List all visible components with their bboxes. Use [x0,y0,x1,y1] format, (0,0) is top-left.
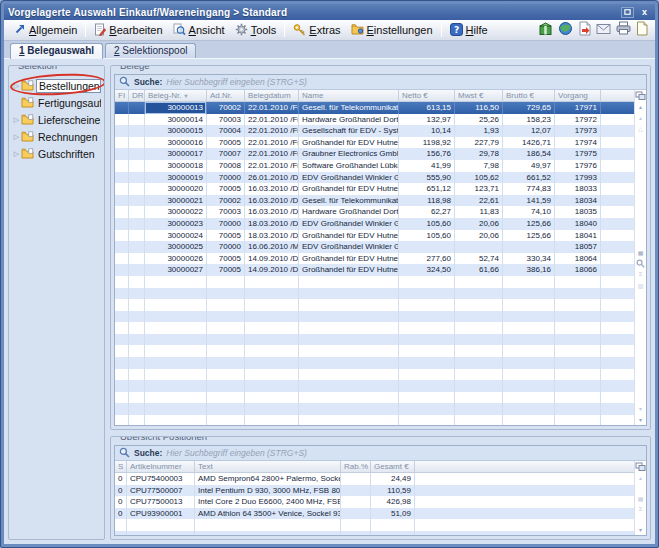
cell-dr[interactable] [129,148,145,160]
column-header-artikelnummer[interactable]: Artikelnummer [127,461,195,472]
cell-dr[interactable] [129,264,145,276]
cell-mwst[interactable]: 123,71 [455,183,503,195]
column-header-belegdatum[interactable]: Belegdatum [245,90,299,101]
table-row[interactable]: 300000137000222.01.2010 /FrGesell. für T… [115,102,634,114]
cell-s[interactable]: 0 [115,485,127,497]
cell-dr[interactable] [129,230,145,242]
sum-row-icon[interactable]: Σ [635,269,647,280]
table-row[interactable]: 300000177000722.01.2010 /FrGraubner Elec… [115,148,634,160]
table-row[interactable]: 0CPU93900001AMD Athlon 64 3500+ Venice, … [115,508,634,520]
table-row[interactable]: 300000237000018.03.2010 /DoEDV Großhande… [115,218,634,230]
cell-name[interactable]: EDV Großhandel Winkler GmbH [299,172,399,184]
column-header-s[interactable]: S [115,461,127,472]
table-row[interactable]: 300000257000016.06.2010 /MiEDV Großhande… [115,241,634,253]
toolbar-button-print[interactable] [616,21,631,39]
column-header-ad-nr[interactable]: Ad.Nr. [207,90,245,101]
column-header-brutto[interactable]: Brutto € [503,90,555,101]
column-header-text[interactable]: Text [195,461,341,472]
column-header-beleg-nr[interactable]: Beleg-Nr.▼ [145,90,207,101]
filter-row-icon[interactable]: ▥ [635,280,647,291]
toolbar-button-document-export[interactable] [578,21,591,40]
sidebar-item-rechnungen[interactable]: ▷Rechnungen [12,128,101,145]
cell-ad-nr[interactable]: 70000 [207,218,245,230]
cell-belegdatum[interactable]: 16.06.2010 /Mi [245,241,299,253]
cell-mwst[interactable]: 7,98 [455,160,503,172]
cell-netto[interactable]: 613,15 [399,102,455,114]
column-header-name[interactable]: Name [299,90,399,101]
column-header-vorgang[interactable]: Vorgang [555,90,601,101]
scroll-up-icon[interactable]: ▴ [635,112,647,123]
cell-fi[interactable] [115,253,129,265]
cell-fi[interactable] [115,241,129,253]
cell-ad-nr[interactable]: 70002 [207,102,245,114]
cell-rab[interactable] [341,473,371,485]
scroll-top-icon[interactable]: ▴ [635,101,647,112]
cell-belegdatum[interactable]: 26.01.2010 /Di [245,172,299,184]
cell-beleg-nr[interactable]: 30000016 [145,137,207,149]
menu-item-hilfe[interactable]: ?Hilfe [445,21,493,40]
cell-belegdatum[interactable]: 16.03.2010 /Di [245,183,299,195]
table-row[interactable]: 300000247000518.03.2010 /DoGroßhandel fü… [115,230,634,242]
cell-vorgang[interactable]: 17974 [555,137,601,149]
toolbar-button-package[interactable] [538,21,553,40]
cell-mwst[interactable]: 20,06 [455,230,503,242]
cell-dr[interactable] [129,183,145,195]
menu-item-einstellungen[interactable]: Einstellungen [346,21,438,39]
cell-brutto[interactable]: 330,34 [503,253,555,265]
cell-fi[interactable] [115,230,129,242]
expand-arrow-icon[interactable]: ▷ [12,133,21,141]
cell-dr[interactable] [129,195,145,207]
cell-dr[interactable] [129,137,145,149]
scroll-down-icon[interactable]: ▾ [635,403,647,414]
cell-belegdatum[interactable]: 22.01.2010 /Fr [245,148,299,160]
cell-ad-nr[interactable]: 70003 [207,114,245,126]
cell-beleg-nr[interactable]: 30000014 [145,114,207,126]
cell-netto[interactable]: 651,12 [399,183,455,195]
cell-fi[interactable] [115,183,129,195]
cell-mwst[interactable]: 61,66 [455,264,503,276]
cell-fi[interactable] [115,218,129,230]
cell-netto[interactable]: 156,76 [399,148,455,160]
cell-dr[interactable] [129,218,145,230]
cell-brutto[interactable]: 386,16 [503,264,555,276]
cell-text[interactable]: Intel Core 2 Duo E6600, 2400 MHz, FSB 10… [195,496,341,508]
cell-beleg-nr[interactable]: 30000026 [145,253,207,265]
cell-fi[interactable] [115,172,129,184]
column-header-fi[interactable]: FI [115,90,129,101]
cell-ad-nr[interactable]: 70005 [207,253,245,265]
cell-s[interactable]: 0 [115,496,127,508]
cell-fi[interactable] [115,195,129,207]
cell-beleg-nr[interactable]: 30000027 [145,264,207,276]
table-row[interactable]: 300000227000316.03.2010 /DiHardware Groß… [115,206,634,218]
cell-name[interactable]: Großhandel für EDV Hutner [299,253,399,265]
cell-gesamt[interactable]: 426,98 [371,496,415,508]
cell-vorgang[interactable]: 18041 [555,230,601,242]
table-row[interactable]: 0CPU77500007Intel Pentium D 930, 3000 MH… [115,485,634,497]
cell-fi[interactable] [115,148,129,160]
table-row[interactable]: 0CPU75400003AMD Sempron64 2800+ Palermo,… [115,473,634,485]
cell-ad-nr[interactable]: 70004 [207,125,245,137]
cell-belegdatum[interactable]: 14.09.2010 /Di [245,264,299,276]
cell-name[interactable]: Gesell. für Telekommunikation [299,102,399,114]
expand-arrow-icon[interactable]: ▷ [12,150,21,158]
cell-belegdatum[interactable]: 16.03.2010 /Di [245,195,299,207]
column-header-gesamt[interactable]: Gesamt € [371,461,415,472]
cell-belegdatum[interactable]: 16.03.2010 /Di [245,206,299,218]
cell-vorgang[interactable]: 18057 [555,241,601,253]
cell-fi[interactable] [115,264,129,276]
cell-netto[interactable]: 118,98 [399,195,455,207]
cell-beleg-nr[interactable]: 30000019 [145,172,207,184]
cell-brutto[interactable]: 12,07 [503,125,555,137]
cell-rab[interactable] [341,508,371,520]
cell-gesamt[interactable]: 110,59 [371,485,415,497]
cell-belegdatum[interactable]: 22.01.2010 /Fr [245,160,299,172]
cell-mwst[interactable]: 20,06 [455,218,503,230]
cell-ad-nr[interactable]: 70002 [207,195,245,207]
cell-vorgang[interactable]: 18034 [555,195,601,207]
cell-netto[interactable]: 132,97 [399,114,455,126]
cell-vorgang[interactable]: 17971 [555,102,601,114]
cell-artikelnummer[interactable]: CPU93900001 [127,508,195,520]
cell-ad-nr[interactable]: 70007 [207,148,245,160]
cell-netto[interactable]: 105,60 [399,230,455,242]
cell-fi[interactable] [115,114,129,126]
